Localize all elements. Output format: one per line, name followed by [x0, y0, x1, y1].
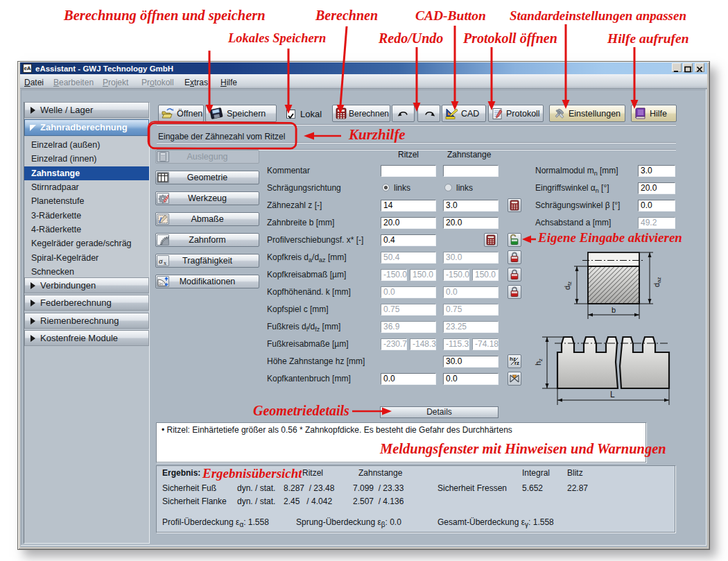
svg-text:L: L [610, 390, 615, 399]
svg-text:hz: hz [534, 359, 544, 365]
svg-text:σ: σ [159, 257, 163, 265]
svg-text:x: x [164, 260, 166, 266]
svg-text:b: b [612, 306, 616, 314]
svg-text:daz: daz [652, 277, 662, 287]
svg-text:dfz: dfz [563, 282, 573, 290]
